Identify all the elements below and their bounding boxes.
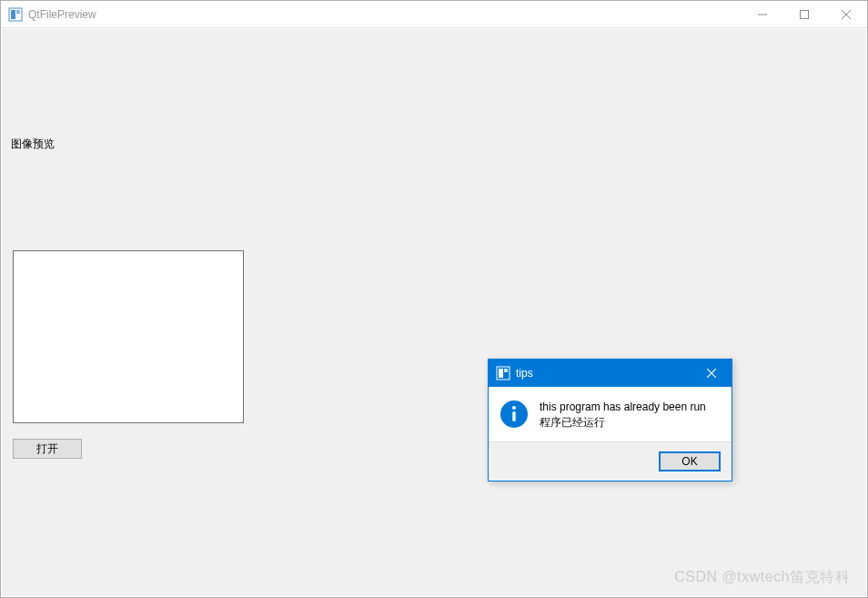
svg-rect-4 <box>801 11 809 19</box>
maximize-button[interactable] <box>783 1 825 28</box>
dialog-message-line1: this program has already been run <box>540 400 706 415</box>
dialog-title: tips <box>516 367 533 380</box>
ok-button[interactable]: OK <box>659 451 721 471</box>
dialog-titlebar: tips <box>489 360 732 387</box>
svg-rect-9 <box>504 369 508 372</box>
svg-rect-14 <box>512 411 515 421</box>
app-icon <box>8 7 23 22</box>
close-button[interactable] <box>825 1 867 28</box>
dialog-message: this program has already been run 程序已经运行 <box>540 400 706 431</box>
main-window-title: QtFilePreview <box>28 8 96 21</box>
image-preview-box <box>13 250 244 423</box>
minimize-button[interactable] <box>742 1 783 28</box>
image-preview-label: 图像预览 <box>11 137 55 152</box>
dialog-body: this program has already been run 程序已经运行 <box>489 387 732 441</box>
info-icon <box>500 400 529 429</box>
dialog-app-icon <box>496 366 510 380</box>
dialog-close-button[interactable] <box>691 360 732 387</box>
main-client-area: 图像预览 打开 <box>2 29 866 596</box>
dialog-message-line2: 程序已经运行 <box>540 415 706 431</box>
svg-rect-8 <box>499 369 503 378</box>
dialog-footer: OK <box>489 441 732 481</box>
main-window: QtFilePreview 图像预览 打开 <box>0 0 868 598</box>
open-button[interactable]: 打开 <box>13 439 82 459</box>
svg-point-13 <box>512 406 516 410</box>
tips-dialog: tips this program has already been run 程… <box>488 359 732 481</box>
svg-rect-1 <box>11 10 15 19</box>
window-controls <box>742 1 867 28</box>
svg-rect-2 <box>16 10 20 14</box>
main-titlebar: QtFilePreview <box>1 1 867 28</box>
